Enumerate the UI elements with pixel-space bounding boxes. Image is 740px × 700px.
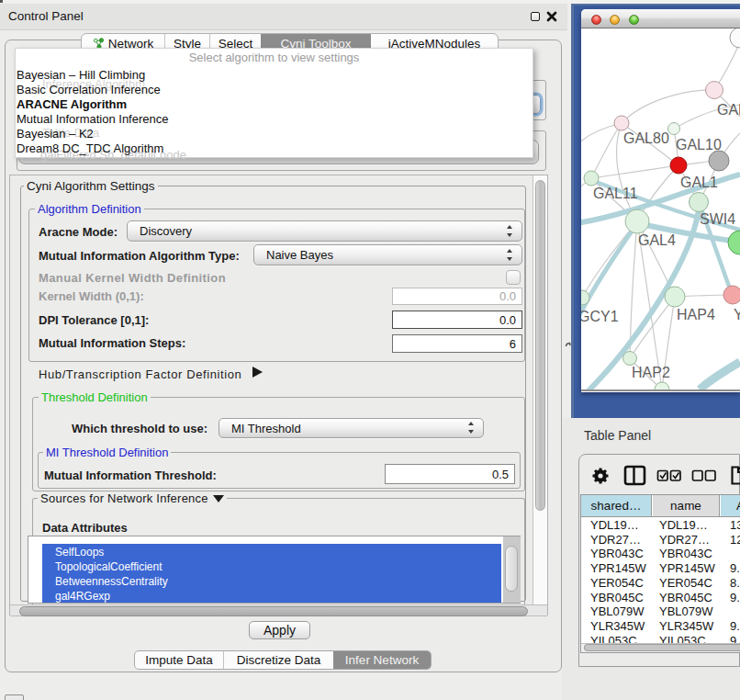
svg-text:HAP2: HAP2 (632, 365, 670, 380)
svg-text:GAL7: GAL7 (717, 102, 740, 118)
svg-text:GCY1: GCY1 (581, 309, 619, 324)
svg-text:GAL1: GAL1 (680, 175, 718, 190)
svg-text:SWI4: SWI4 (700, 211, 735, 227)
svg-text:GAL4: GAL4 (638, 232, 676, 248)
svg-text:GAL80: GAL80 (623, 130, 669, 146)
svg-text:GAL11: GAL11 (593, 186, 638, 201)
svg-text:HAP4: HAP4 (677, 307, 715, 322)
svg-text:YB: YB (734, 307, 740, 322)
svg-text:GAL10: GAL10 (676, 137, 722, 152)
